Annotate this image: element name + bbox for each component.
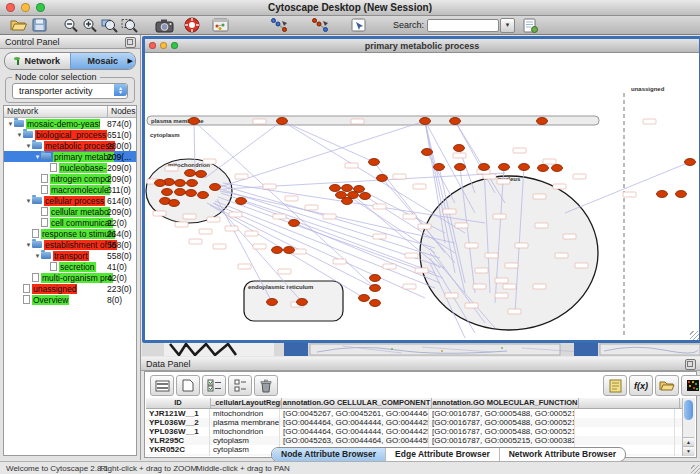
zoom-selected-region-icon[interactable]	[101, 17, 118, 33]
network-node[interactable]	[186, 190, 197, 197]
expand-arrow-icon[interactable]: ▼	[16, 132, 23, 138]
network-node[interactable]	[155, 180, 166, 187]
unselect-attributes-icon[interactable]	[228, 375, 252, 396]
tree-row[interactable]: ▼biological_process651(0)	[4, 129, 136, 140]
tab-node-attribute-browser[interactable]: Node Attribute Browser	[272, 448, 385, 461]
tree-row[interactable]: ▼cellular process614(0)	[4, 195, 136, 206]
network-node[interactable]	[267, 299, 278, 306]
tree-col-nodes[interactable]: Nodes	[108, 106, 136, 117]
expand-arrow-icon[interactable]: ▼	[34, 154, 41, 160]
network-node[interactable]	[196, 171, 207, 178]
tree-row[interactable]: cellular metabo209(0)	[4, 206, 136, 217]
network-node[interactable]	[538, 165, 549, 172]
column-header[interactable]: _cellularLayoutRegion	[211, 398, 282, 408]
network-node[interactable]	[552, 165, 563, 172]
network-node[interactable]	[198, 192, 209, 199]
network-window-titlebar[interactable]: primary metabolic process	[145, 39, 699, 53]
expand-arrow-icon[interactable]: ▼	[25, 198, 32, 204]
zoom-fit-content-icon[interactable]	[121, 17, 138, 33]
network-node[interactable]	[342, 185, 353, 192]
network-node[interactable]	[377, 175, 388, 182]
network-overview-icon[interactable]	[212, 17, 229, 33]
search-dropdown-icon[interactable]: ▼	[500, 18, 515, 33]
network-node[interactable]	[189, 118, 200, 125]
delete-attribute-trash-icon[interactable]	[254, 375, 278, 396]
tree-row[interactable]: nitrogen compo209(0)	[4, 173, 136, 184]
table-scrollbar[interactable]: ▲ ▼	[682, 398, 695, 456]
network-node[interactable]	[370, 285, 381, 292]
tree-row[interactable]: ▼primary metabo209(...	[4, 151, 136, 162]
network-node[interactable]	[420, 118, 431, 125]
attribute-notes-icon[interactable]	[603, 375, 627, 396]
network-node[interactable]	[454, 145, 465, 152]
network-node[interactable]	[169, 200, 180, 207]
scrollbar-thumb[interactable]	[684, 400, 693, 420]
tab-edge-attribute-browser[interactable]: Edge Attribute Browser	[385, 448, 499, 461]
column-header[interactable]: ID	[146, 398, 211, 408]
column-header[interactable]: annotation.GO MOLECULAR_FUNCTION	[432, 398, 579, 408]
network-node[interactable]	[162, 189, 173, 196]
network-node[interactable]	[187, 180, 198, 187]
heatmap-matrix-icon[interactable]	[681, 375, 700, 396]
save-session-icon[interactable]	[32, 17, 47, 33]
network-node[interactable]	[175, 189, 186, 196]
network-node[interactable]	[370, 300, 381, 307]
network-node[interactable]	[359, 295, 370, 302]
tree-row[interactable]: unassigned223(0)	[4, 283, 136, 294]
tab-mosaic[interactable]: Mosaic	[70, 53, 136, 69]
expand-arrow-icon[interactable]: ▼	[25, 242, 32, 248]
float-panel-icon[interactable]	[125, 37, 136, 48]
attribute-select-icon[interactable]	[150, 375, 174, 396]
annotation-tool-icon[interactable]	[351, 17, 367, 33]
network-node[interactable]	[330, 185, 341, 192]
tree-row[interactable]: cell communicat22(0)	[4, 217, 136, 228]
network-node[interactable]	[342, 198, 353, 205]
network-node[interactable]	[422, 149, 433, 156]
expand-arrow-icon[interactable]: ▼	[34, 253, 41, 259]
network-node[interactable]	[370, 275, 381, 282]
tree-row[interactable]: ▼mosaic-demo-yeast874(0)	[4, 118, 136, 129]
tree-row[interactable]: ▼metabolic process280(0)	[4, 140, 136, 151]
network-canvas[interactable]: plasma membranecytoplasmmitochondrionnuc…	[145, 53, 699, 340]
float-data-panel-icon[interactable]	[685, 359, 696, 370]
new-attribute-icon[interactable]	[176, 375, 200, 396]
table-row[interactable]: YPL036W__1mitochondrion[GO:0044464, GO:0…	[146, 427, 683, 436]
network-node[interactable]	[455, 164, 466, 171]
open-session-icon[interactable]	[10, 17, 28, 33]
import-document-icon[interactable]	[523, 17, 538, 33]
apply-layout-blue-icon[interactable]	[271, 17, 290, 33]
tab-overflow-icon[interactable]: ▶	[128, 57, 133, 65]
table-row[interactable]: YJR121W__1mitochondrion[GO:0045267, GO:0…	[146, 409, 683, 418]
apply-layout-red-icon[interactable]	[312, 17, 331, 33]
network-node[interactable]	[210, 184, 221, 191]
color-attribute-dropdown[interactable]: transporter activity ▲▼	[12, 83, 128, 99]
network-node[interactable]	[676, 191, 687, 198]
tree-row[interactable]: Overview8(0)	[4, 294, 136, 305]
network-node[interactable]	[369, 159, 380, 166]
tree-row[interactable]: nucleobase-209(0)	[4, 162, 136, 173]
network-node[interactable]	[657, 191, 668, 198]
table-row[interactable]: YLR295Ccytoplasm[GO:0045263, GO:0044464,…	[146, 436, 683, 445]
search-input[interactable]	[427, 19, 499, 32]
scroll-down-icon[interactable]: ▼	[683, 446, 694, 456]
network-node[interactable]	[185, 170, 196, 177]
table-row[interactable]: YPL036W__2plasma membrane[GO:0044464, GO…	[146, 418, 683, 427]
tree-row[interactable]: macromolecule311(0)	[4, 184, 136, 195]
network-node[interactable]	[272, 247, 283, 254]
network-node[interactable]	[297, 299, 308, 306]
network-resize-grip[interactable]	[690, 331, 699, 340]
tab-network-attribute-browser[interactable]: Network Attribute Browser	[499, 448, 625, 461]
help-lifering-icon[interactable]	[184, 17, 200, 33]
import-attributes-folder-icon[interactable]	[655, 375, 679, 396]
network-node[interactable]	[434, 164, 445, 171]
network-node[interactable]	[236, 198, 247, 205]
network-node[interactable]	[284, 247, 295, 254]
expand-arrow-icon[interactable]: ▼	[7, 121, 14, 127]
zoom-in-icon[interactable]	[82, 17, 98, 33]
tree-row[interactable]: ▼transport558(0)	[4, 250, 136, 261]
tree-col-network[interactable]: Network	[4, 106, 108, 117]
tree-row[interactable]: secretion41(0)	[4, 261, 136, 272]
formula-fx-icon[interactable]: f(x)	[629, 375, 653, 396]
tree-row[interactable]: multi-organism pro42(0)	[4, 272, 136, 283]
zoom-out-icon[interactable]	[63, 17, 79, 33]
